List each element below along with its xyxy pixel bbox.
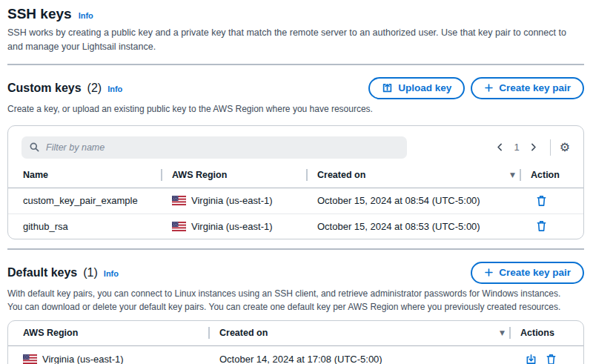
key-created-on: October 15, 2024 at 08:53 (UTC-5:00) (306, 221, 497, 232)
default-keys-section: Default keys (1) Info Create key pair Wi… (7, 262, 584, 364)
default-keys-table-header: AWS Region Created on ▼ Actions (8, 321, 583, 346)
toolbar-separator (550, 139, 551, 156)
region-label: Virginia (us-east-1) (191, 195, 273, 206)
preferences-gear-icon[interactable]: ⚙ (560, 142, 570, 153)
custom-keys-section: Custom keys (2) Info Upload key (7, 77, 584, 239)
upload-icon (382, 82, 393, 93)
us-flag-icon (172, 222, 186, 231)
create-key-pair-label: Create key pair (499, 82, 571, 93)
section-divider (7, 64, 584, 65)
create-key-pair-button[interactable]: Create key pair (471, 262, 584, 284)
column-header-name[interactable]: Name (8, 170, 161, 180)
custom-keys-toolbar: 1 ⚙ (8, 126, 583, 163)
key-region: Virginia (us-east-1) (8, 354, 208, 364)
chevron-left-icon (495, 142, 505, 152)
page-title: SSH keys (7, 6, 72, 22)
region-label: Virginia (us-east-1) (42, 354, 124, 364)
column-header-aws-region[interactable]: AWS Region (161, 170, 306, 180)
trash-icon (536, 195, 547, 207)
search-icon (29, 142, 40, 153)
ssh-keys-page: SSH keys Info SSH works by creating a pu… (0, 0, 593, 364)
trash-icon (536, 220, 547, 232)
key-created-on: October 15, 2024 at 08:54 (UTC-5:00) (306, 195, 497, 206)
table-row: github_rsa Virginia (us-east-1) October … (8, 214, 583, 239)
sort-descending-icon: ▼ (500, 329, 505, 337)
table-row: custom_key_pair_example Virginia (us-eas… (8, 188, 583, 214)
key-region: Virginia (us-east-1) (161, 221, 306, 232)
section-divider (7, 248, 584, 250)
delete-key-button[interactable] (546, 354, 557, 364)
default-keys-card: AWS Region Created on ▼ Actions (7, 320, 584, 364)
plus-icon (484, 83, 494, 93)
page-description: SSH works by creating a public key and a… (7, 26, 584, 55)
sort-descending-button[interactable]: ▼ (497, 171, 520, 179)
us-flag-icon (23, 354, 37, 364)
default-keys-title: Default keys (7, 266, 77, 279)
key-name: github_rsa (8, 221, 161, 232)
key-name: custom_key_pair_example (8, 195, 161, 206)
create-key-pair-button[interactable]: Create key pair (471, 77, 584, 99)
custom-keys-table-header: Name AWS Region Created on ▼ Action (8, 163, 583, 188)
pagination: 1 ⚙ (492, 139, 570, 156)
table-row: Virginia (us-east-1) October 14, 2024 at… (8, 346, 583, 364)
column-header-actions: Actions (509, 328, 583, 338)
column-header-created-on[interactable]: Created on (306, 170, 497, 180)
column-header-created-on[interactable]: Created on (208, 328, 487, 338)
key-created-on: October 14, 2024 at 17:08 (UTC-5:00) (208, 354, 487, 364)
trash-icon (546, 354, 557, 364)
upload-key-label: Upload key (398, 82, 451, 93)
custom-keys-card: 1 ⚙ Name AWS Region Created on ▼ Action (7, 125, 584, 239)
default-keys-info-link[interactable]: Info (104, 269, 119, 278)
key-region: Virginia (us-east-1) (161, 195, 306, 206)
chevron-right-icon (529, 142, 538, 152)
plus-icon (484, 268, 494, 277)
create-key-pair-label: Create key pair (499, 267, 571, 278)
default-keys-description-line2: You can download or delete your default … (7, 300, 584, 314)
download-key-button[interactable] (526, 354, 537, 364)
filter-input[interactable] (46, 142, 400, 153)
column-header-aws-region[interactable]: AWS Region (8, 328, 208, 338)
custom-keys-info-link[interactable]: Info (107, 85, 122, 93)
sort-descending-button[interactable]: ▼ (487, 329, 509, 337)
us-flag-icon (172, 196, 186, 205)
delete-key-button[interactable] (536, 195, 547, 207)
default-keys-description: With default key pairs, you can connect … (7, 287, 584, 314)
column-header-action: Action (520, 170, 583, 180)
upload-key-button[interactable]: Upload key (368, 77, 465, 99)
delete-key-button[interactable] (536, 220, 547, 232)
next-page-button[interactable] (526, 141, 541, 153)
filter-box[interactable] (21, 136, 407, 159)
page-number[interactable]: 1 (511, 142, 522, 153)
region-label: Virginia (us-east-1) (191, 221, 273, 232)
default-keys-description-line1: With default key pairs, you can connect … (7, 287, 584, 300)
download-icon (526, 354, 537, 364)
page-header: SSH keys Info (7, 6, 584, 22)
previous-page-button[interactable] (492, 141, 508, 153)
custom-keys-title: Custom keys (7, 82, 82, 95)
custom-keys-count: (2) (87, 82, 102, 95)
sort-descending-icon: ▼ (510, 171, 515, 179)
custom-keys-description: Create a key, or upload an existing publ… (7, 102, 584, 116)
default-keys-count: (1) (83, 266, 98, 279)
page-info-link[interactable]: Info (79, 11, 93, 20)
